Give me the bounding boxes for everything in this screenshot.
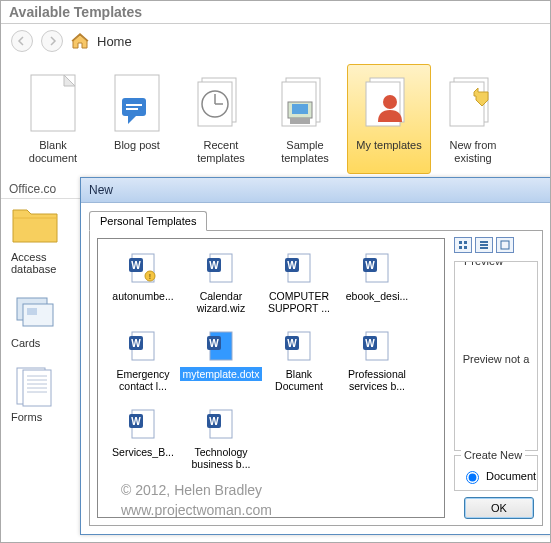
create-new-group: Create New Document xyxy=(454,455,538,491)
dialog-content: W! autonumbe... W Calendar wizard.wiz W … xyxy=(89,230,543,526)
svg-point-17 xyxy=(383,95,397,109)
word-document-icon: W xyxy=(203,329,239,365)
svg-rect-65 xyxy=(464,246,467,249)
file-item[interactable]: W mytemplate.dotx xyxy=(182,325,260,397)
template-new-from-existing[interactable]: New from existing xyxy=(431,64,515,174)
radio-input[interactable] xyxy=(466,471,479,484)
file-item[interactable]: W Blank Document xyxy=(260,325,338,397)
view-details-button[interactable] xyxy=(496,237,514,253)
svg-text:W: W xyxy=(209,416,219,427)
file-item[interactable]: W ebook_desi... xyxy=(338,247,416,319)
file-label: autonumbe... xyxy=(110,289,175,303)
cards-icon xyxy=(11,293,59,333)
file-label: Professional services b... xyxy=(340,367,414,393)
svg-text:W: W xyxy=(209,338,219,349)
svg-text:W: W xyxy=(131,338,141,349)
home-icon[interactable] xyxy=(71,33,89,49)
word-document-icon: W xyxy=(203,251,239,287)
file-item[interactable]: W Emergency contact l... xyxy=(104,325,182,397)
file-list-pane: W! autonumbe... W Calendar wizard.wiz W … xyxy=(97,238,445,518)
template-label: Blog post xyxy=(114,139,160,165)
file-item[interactable]: W Calendar wizard.wiz xyxy=(182,247,260,319)
file-label: Technology business b... xyxy=(184,445,258,471)
template-blank-document[interactable]: Blank document xyxy=(11,64,95,174)
file-label: COMPUTER SUPPORT ... xyxy=(262,289,336,315)
nav-forward-button[interactable] xyxy=(41,30,63,52)
my-templates-icon xyxy=(357,71,421,135)
tab-personal-templates[interactable]: Personal Templates xyxy=(89,211,207,231)
file-label: Calendar wizard.wiz xyxy=(184,289,258,315)
template-my-templates[interactable]: My templates xyxy=(347,64,431,174)
view-buttons xyxy=(454,237,538,257)
word-document-icon: W xyxy=(125,329,161,365)
svg-rect-64 xyxy=(459,246,462,249)
ok-button[interactable]: OK xyxy=(464,497,534,519)
template-label: Blank document xyxy=(14,139,92,165)
new-template-dialog: New Personal Templates W! autonumbe... W… xyxy=(80,177,551,535)
dialog-button-row: OK xyxy=(454,491,538,519)
svg-text:W: W xyxy=(365,338,375,349)
nav-back-button[interactable] xyxy=(11,30,33,52)
recent-templates-icon xyxy=(189,71,253,135)
svg-rect-22 xyxy=(27,308,37,315)
view-list-button[interactable] xyxy=(475,237,493,253)
template-blog-post[interactable]: Blog post xyxy=(95,64,179,174)
svg-rect-63 xyxy=(464,241,467,244)
file-item[interactable]: W! autonumbe... xyxy=(104,247,182,319)
category-access-databases[interactable]: Access database xyxy=(11,207,67,275)
file-item[interactable]: W Services_B... xyxy=(104,403,182,475)
template-label: My templates xyxy=(356,139,421,165)
template-label: Sample templates xyxy=(266,139,344,165)
svg-rect-69 xyxy=(501,241,509,249)
category-cards[interactable]: Cards xyxy=(11,293,67,349)
svg-rect-67 xyxy=(480,244,488,246)
category-label: Forms xyxy=(11,411,42,423)
create-document-radio[interactable]: Document xyxy=(461,468,531,484)
file-item[interactable]: W Technology business b... xyxy=(182,403,260,475)
file-item[interactable]: W COMPUTER SUPPORT ... xyxy=(260,247,338,319)
forms-icon xyxy=(11,367,59,407)
file-label: ebook_desi... xyxy=(344,289,410,303)
svg-text:W: W xyxy=(365,260,375,271)
template-sample-templates[interactable]: Sample templates xyxy=(263,64,347,174)
view-large-icons-button[interactable] xyxy=(454,237,472,253)
preview-label: Preview xyxy=(461,261,506,267)
dialog-titlebar[interactable]: New xyxy=(81,177,551,203)
category-label: Access database xyxy=(11,251,67,275)
radio-label: Document xyxy=(486,470,536,482)
svg-rect-66 xyxy=(480,241,488,243)
word-document-icon: W xyxy=(281,329,317,365)
sample-templates-icon xyxy=(273,71,337,135)
template-label: Recent templates xyxy=(182,139,260,165)
svg-text:W: W xyxy=(131,260,141,271)
svg-rect-62 xyxy=(459,241,462,244)
word-document-icon: W xyxy=(125,407,161,443)
word-document-icon: W xyxy=(359,329,395,365)
templates-row: Blank document Blog post Recent template… xyxy=(1,58,550,180)
dialog-tab-strip: Personal Templates xyxy=(89,209,543,231)
file-label: Emergency contact l... xyxy=(106,367,180,393)
template-recent-templates[interactable]: Recent templates xyxy=(179,64,263,174)
svg-rect-14 xyxy=(292,104,308,114)
create-new-label: Create New xyxy=(461,449,525,461)
word-document-icon: W xyxy=(281,251,317,287)
breadcrumb-bar: Home xyxy=(1,24,550,58)
svg-text:!: ! xyxy=(149,273,151,280)
file-label: mytemplate.dotx xyxy=(180,367,261,381)
svg-text:W: W xyxy=(287,338,297,349)
word-document-icon: W xyxy=(359,251,395,287)
breadcrumb-home[interactable]: Home xyxy=(97,34,132,49)
svg-rect-3 xyxy=(126,104,142,106)
folder-icon xyxy=(11,207,59,247)
svg-text:W: W xyxy=(131,416,141,427)
new-from-existing-icon xyxy=(441,71,505,135)
word-document-icon: W xyxy=(203,407,239,443)
svg-rect-19 xyxy=(450,82,484,126)
file-item[interactable]: W Professional services b... xyxy=(338,325,416,397)
file-label: Blank Document xyxy=(262,367,336,393)
category-forms[interactable]: Forms xyxy=(11,367,67,423)
preview-text: Preview not a xyxy=(463,353,530,365)
svg-text:W: W xyxy=(209,260,219,271)
blank-document-icon xyxy=(21,71,85,135)
preview-group: Preview Preview not a xyxy=(454,261,538,451)
